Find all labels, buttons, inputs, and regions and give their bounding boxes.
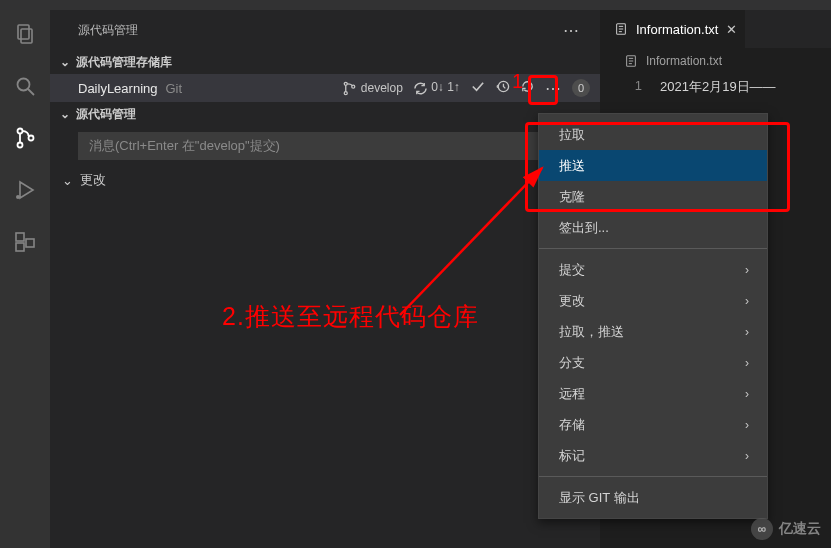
menu-item-label: 推送 xyxy=(559,157,585,175)
line-number: 1 xyxy=(600,74,660,96)
menu-item[interactable]: 存储› xyxy=(539,409,767,440)
watermark-logo-icon: ∞ xyxy=(751,518,773,540)
section-scm-header[interactable]: ⌄ 源代码管理 xyxy=(50,102,600,126)
menu-item-label: 拉取，推送 xyxy=(559,323,624,341)
menu-item[interactable]: 分支› xyxy=(539,347,767,378)
run-debug-icon[interactable] xyxy=(13,178,37,202)
commit-placeholder: 消息(Ctrl+Enter 在"develop"提交) xyxy=(89,137,280,155)
menu-item-label: 远程 xyxy=(559,385,585,403)
chevron-right-icon: › xyxy=(745,325,749,339)
menu-item[interactable]: 推送 xyxy=(539,150,767,181)
menu-item[interactable]: 更改› xyxy=(539,285,767,316)
svg-point-4 xyxy=(18,129,23,134)
repo-name: DailyLearning xyxy=(78,81,158,96)
annotation-step-1: 1 xyxy=(512,70,523,93)
section-repos-label: 源代码管理存储库 xyxy=(76,54,172,71)
branch-indicator[interactable]: develop xyxy=(342,81,403,96)
editor-body[interactable]: 1 2021年2月19日—— xyxy=(600,74,831,96)
repo-controls: develop 0↓ 1↑ ⋯ 0 xyxy=(342,79,590,98)
breadcrumb[interactable]: Information.txt xyxy=(600,48,831,74)
menu-item[interactable]: 拉取 xyxy=(539,119,767,150)
chevron-right-icon: › xyxy=(745,387,749,401)
svg-rect-1 xyxy=(21,29,32,43)
search-icon[interactable] xyxy=(13,74,37,98)
menu-separator xyxy=(539,248,767,249)
commit-check-icon[interactable] xyxy=(470,79,485,97)
menu-item-label: 分支 xyxy=(559,354,585,372)
svg-rect-10 xyxy=(16,243,24,251)
svg-point-12 xyxy=(344,82,347,85)
tab-title: Information.txt xyxy=(636,22,718,37)
menu-item-label: 存储 xyxy=(559,416,585,434)
menu-item-label: 签出到... xyxy=(559,219,609,237)
menu-item-label: 标记 xyxy=(559,447,585,465)
svg-point-8 xyxy=(16,195,20,199)
breadcrumb-text: Information.txt xyxy=(646,54,722,68)
chevron-right-icon: › xyxy=(745,418,749,432)
repo-type: Git xyxy=(166,81,183,96)
chevron-down-icon: ⌄ xyxy=(58,107,72,121)
file-lines-icon xyxy=(614,22,628,36)
menu-item-label: 显示 GIT 输出 xyxy=(559,489,640,507)
svg-rect-0 xyxy=(18,25,29,39)
svg-point-2 xyxy=(18,79,30,91)
svg-rect-9 xyxy=(16,233,24,241)
menu-item[interactable]: 拉取，推送› xyxy=(539,316,767,347)
activity-bar xyxy=(0,10,50,548)
editor-tabbar: Information.txt ✕ xyxy=(600,10,831,48)
extensions-icon[interactable] xyxy=(13,230,37,254)
section-scm-label: 源代码管理 xyxy=(76,106,136,123)
chevron-right-icon: › xyxy=(745,449,749,463)
svg-point-13 xyxy=(344,91,347,94)
commit-message-input[interactable]: 消息(Ctrl+Enter 在"develop"提交) xyxy=(78,132,586,160)
source-control-icon[interactable] xyxy=(13,126,37,150)
menu-item[interactable]: 提交› xyxy=(539,254,767,285)
menu-item[interactable]: 远程› xyxy=(539,378,767,409)
menu-item[interactable]: 克隆 xyxy=(539,181,767,212)
close-icon[interactable]: ✕ xyxy=(726,22,737,37)
watermark: ∞ 亿速云 xyxy=(751,518,821,540)
sidebar-header: 源代码管理 ⋯ xyxy=(50,10,600,50)
changes-section[interactable]: ⌄ 更改 xyxy=(50,168,600,192)
changes-count-badge: 0 xyxy=(572,79,590,97)
chevron-right-icon: › xyxy=(745,263,749,277)
sidebar-more-icon[interactable]: ⋯ xyxy=(563,21,580,40)
chevron-right-icon: › xyxy=(745,294,749,308)
chevron-right-icon: › xyxy=(745,356,749,370)
changes-label: 更改 xyxy=(80,171,106,189)
menu-item-label: 克隆 xyxy=(559,188,585,206)
svg-line-3 xyxy=(28,89,34,95)
svg-marker-7 xyxy=(20,182,33,198)
sync-indicator[interactable]: 0↓ 1↑ xyxy=(413,80,460,95)
line-text: 2021年2月19日—— xyxy=(660,74,776,96)
svg-point-5 xyxy=(18,143,23,148)
svg-rect-11 xyxy=(26,239,34,247)
branch-name: develop xyxy=(361,81,403,95)
chevron-down-icon: ⌄ xyxy=(62,173,76,188)
file-lines-icon xyxy=(624,54,638,68)
menu-item-label: 拉取 xyxy=(559,126,585,144)
files-icon[interactable] xyxy=(13,22,37,46)
menu-item-label: 更改 xyxy=(559,292,585,310)
chevron-down-icon: ⌄ xyxy=(58,55,72,69)
repo-more-icon[interactable]: ⋯ xyxy=(545,79,562,98)
window-top-strip xyxy=(0,0,831,10)
svg-point-6 xyxy=(29,136,34,141)
menu-separator xyxy=(539,476,767,477)
sidebar-title: 源代码管理 xyxy=(78,22,138,39)
menu-item[interactable]: 签出到... xyxy=(539,212,767,243)
annotation-step-2: 2.推送至远程代码仓库 xyxy=(222,300,479,333)
scm-context-menu: 拉取推送克隆签出到...提交›更改›拉取，推送›分支›远程›存储›标记›显示 G… xyxy=(538,113,768,519)
menu-item[interactable]: 显示 GIT 输出 xyxy=(539,482,767,513)
editor-tab-information[interactable]: Information.txt ✕ xyxy=(600,10,746,48)
menu-item-label: 提交 xyxy=(559,261,585,279)
menu-item[interactable]: 标记› xyxy=(539,440,767,471)
watermark-text: 亿速云 xyxy=(779,520,821,538)
history-icon[interactable] xyxy=(495,79,510,97)
